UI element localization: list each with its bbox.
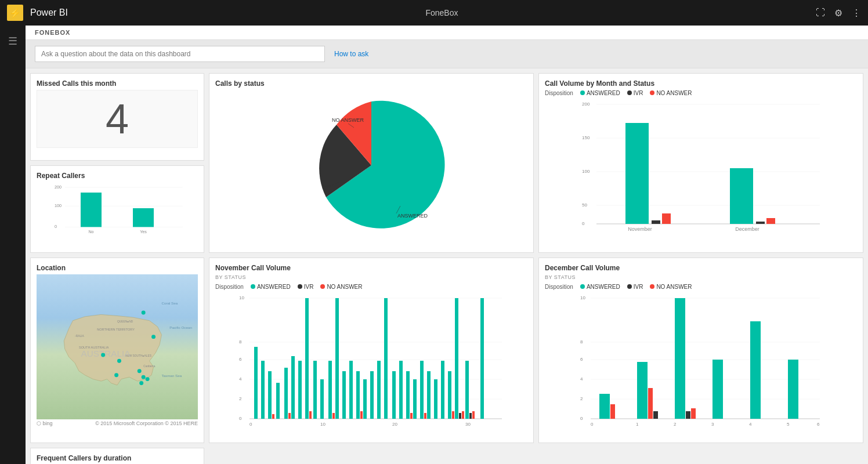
- sidebar: ☰: [0, 26, 26, 464]
- svg-rect-91: [406, 371, 410, 419]
- svg-rect-81: [342, 371, 346, 419]
- svg-rect-67: [268, 371, 272, 419]
- svg-text:QUEEN●ND: QUEEN●ND: [117, 320, 133, 323]
- svg-text:200: 200: [55, 184, 62, 190]
- svg-rect-97: [434, 379, 437, 419]
- hamburger-icon[interactable]: ☰: [3, 30, 22, 52]
- svg-text:2: 2: [674, 422, 677, 427]
- call-volume-card: Call Volume by Month and Status Disposit…: [538, 73, 863, 253]
- svg-text:Tasman Sea: Tasman Sea: [161, 374, 182, 378]
- svg-text:4: 4: [239, 376, 242, 382]
- svg-text:100: 100: [55, 203, 62, 208]
- map-copyright: © 2015 Microsoft Corporation © 2015 HERE: [95, 420, 198, 426]
- svg-rect-133: [750, 321, 761, 419]
- missed-calls-title: Missed Calls this month: [37, 79, 198, 88]
- app-title: Power BI: [30, 8, 68, 18]
- svg-rect-75: [309, 411, 312, 419]
- svg-text:NORTHERN TERRITORY: NORTHERN TERRITORY: [97, 328, 135, 331]
- svg-rect-85: [363, 379, 367, 419]
- svg-rect-95: [424, 413, 426, 419]
- layout: ☰ FONEBOX How to ask Missed Calls this m…: [0, 26, 868, 464]
- svg-rect-28: [662, 213, 671, 224]
- svg-text:ANSWERED: ANSWERED: [397, 213, 428, 219]
- svg-rect-77: [320, 379, 324, 419]
- svg-point-51: [146, 377, 150, 381]
- svg-point-48: [138, 369, 142, 373]
- svg-text:10: 10: [239, 295, 244, 300]
- nov-ivr: IVR: [298, 284, 314, 290]
- call-volume-chart: 200 150 100 50 0: [545, 99, 857, 232]
- how-to-ask-link[interactable]: How to ask: [334, 50, 368, 58]
- svg-point-47: [114, 373, 118, 377]
- svg-text:150: 150: [582, 135, 590, 140]
- svg-rect-84: [360, 411, 363, 419]
- svg-text:Yes: Yes: [140, 229, 147, 234]
- svg-text:5: 5: [787, 422, 790, 427]
- frequent-callers-title: Frequent Callers by duration: [37, 454, 198, 462]
- svg-text:Canberra: Canberra: [143, 365, 155, 368]
- svg-rect-132: [713, 360, 723, 419]
- map-footer: ⬡ bing © 2015 Microsoft Corporation © 20…: [37, 420, 198, 426]
- svg-rect-102: [459, 413, 461, 419]
- svg-text:0: 0: [591, 422, 594, 427]
- svg-rect-126: [637, 362, 648, 419]
- svg-text:50: 50: [582, 202, 587, 208]
- svg-text:100: 100: [582, 169, 590, 174]
- location-title: Location: [37, 264, 198, 272]
- svg-rect-71: [288, 413, 291, 419]
- svg-rect-87: [377, 361, 381, 419]
- svg-rect-96: [427, 371, 431, 419]
- svg-rect-27: [652, 220, 660, 224]
- svg-rect-31: [766, 218, 775, 224]
- svg-rect-90: [399, 361, 403, 419]
- svg-rect-68: [272, 414, 274, 419]
- svg-text:10: 10: [320, 422, 326, 427]
- svg-text:3: 3: [711, 422, 714, 427]
- svg-text:8: 8: [580, 339, 583, 345]
- svg-rect-80: [335, 298, 339, 419]
- svg-rect-105: [469, 413, 472, 419]
- svg-text:December: December: [735, 226, 760, 232]
- calls-by-status-title: Calls by status: [215, 79, 527, 88]
- svg-rect-94: [420, 361, 424, 419]
- main-content: FONEBOX How to ask Missed Calls this mon…: [26, 26, 868, 464]
- svg-text:8: 8: [239, 339, 242, 345]
- svg-rect-98: [441, 361, 444, 419]
- svg-text:6: 6: [580, 357, 583, 362]
- svg-point-46: [101, 353, 105, 357]
- call-volume-legend: Disposition ANSWERED IVR NO ANSWER: [545, 90, 857, 96]
- nov-answered: ANSWERED: [251, 284, 291, 290]
- svg-text:November: November: [628, 226, 652, 232]
- november-call-volume-card: November Call Volume BY STATUS Dispositi…: [209, 258, 534, 443]
- svg-point-45: [151, 335, 155, 339]
- svg-text:Pacific Ocean: Pacific Ocean: [169, 325, 192, 329]
- settings-icon[interactable]: ⚙: [834, 8, 842, 19]
- svg-rect-83: [356, 371, 360, 419]
- nov-title: November Call Volume: [215, 264, 527, 272]
- svg-text:4: 4: [580, 376, 583, 382]
- fullscreen-icon[interactable]: ⛶: [816, 8, 825, 18]
- legend-label: Disposition: [545, 90, 573, 96]
- location-card: Location Coral Sea Pacific Ocean Tasman …: [30, 258, 204, 443]
- svg-rect-89: [392, 371, 396, 419]
- repeat-callers-title: Repeat Callers: [37, 172, 198, 180]
- svg-rect-7: [133, 208, 154, 227]
- breadcrumb: FONEBOX: [26, 26, 868, 40]
- svg-point-50: [139, 381, 143, 385]
- svg-text:2: 2: [239, 396, 242, 401]
- svg-rect-130: [686, 411, 690, 419]
- dashboard: Missed Calls this month 4 Repeat Callers…: [26, 68, 868, 464]
- svg-rect-6: [81, 193, 102, 227]
- dec-ivr: IVR: [627, 284, 643, 290]
- answered-legend: ANSWERED: [580, 90, 620, 96]
- topbar-center-title: FoneBox: [75, 8, 809, 17]
- repeat-callers-card: Repeat Callers 200 100 0: [30, 165, 204, 253]
- svg-rect-131: [691, 408, 696, 419]
- svg-rect-124: [599, 394, 610, 419]
- map-svg: Coral Sea Pacific Ocean Tasman Sea -RALI…: [37, 274, 198, 419]
- call-volume-title: Call Volume by Month and Status: [545, 79, 857, 88]
- missed-calls-value: 4: [106, 95, 129, 143]
- more-icon[interactable]: ⋮: [852, 8, 861, 19]
- qa-input[interactable]: [35, 46, 325, 62]
- svg-rect-29: [730, 168, 753, 224]
